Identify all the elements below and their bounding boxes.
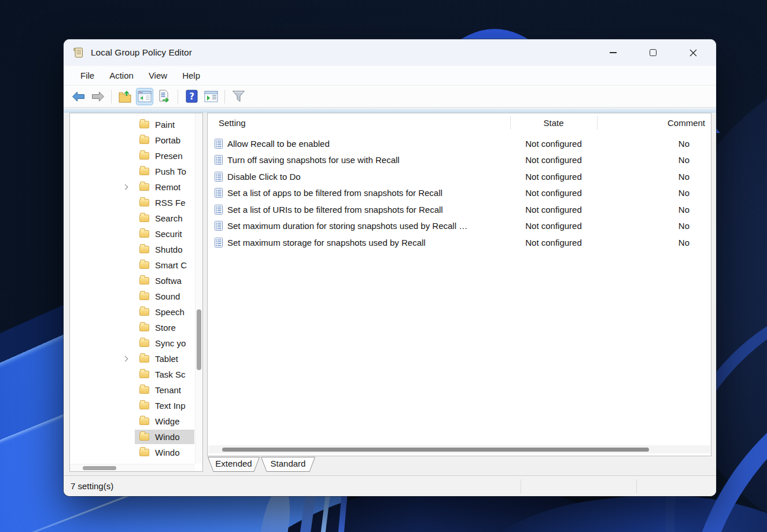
tree-item[interactable]: Task Sc (70, 367, 195, 382)
chevron-box[interactable] (120, 388, 130, 392)
table-row[interactable]: Set a list of URIs to be filtered from s… (208, 201, 711, 218)
tree-item[interactable]: Windo (70, 429, 195, 445)
tree-item[interactable]: Smart C (70, 257, 195, 273)
menu-file[interactable]: File (73, 71, 102, 80)
chevron-box[interactable] (120, 123, 130, 127)
settings-list-pane: Setting State Comment Allow Recall to be… (207, 113, 711, 456)
tree-item[interactable]: Speech (70, 304, 195, 320)
chevron-box[interactable] (120, 404, 130, 408)
show-action-pane-button[interactable] (203, 88, 219, 105)
tree-item[interactable]: Shutdo (70, 242, 195, 257)
chevron-box[interactable] (120, 216, 130, 220)
group-policy-scroll-icon (72, 46, 85, 59)
help-button[interactable]: ? (183, 88, 200, 105)
tree-item[interactable]: Tablet (70, 351, 195, 367)
tree-item[interactable]: RSS Fe (70, 195, 195, 210)
tree-item-label: Text Inp (155, 401, 186, 411)
tree-horizontal-scrollbar[interactable] (70, 464, 195, 471)
table-row[interactable]: Set a list of apps to be filtered from s… (208, 185, 711, 202)
export-list-button[interactable] (156, 88, 172, 105)
tree-item[interactable]: Search (70, 210, 195, 226)
tree-item-label: Task Sc (155, 370, 186, 379)
tree-item[interactable]: Windo (70, 445, 195, 460)
minimize-button[interactable] (595, 39, 632, 66)
tree-item[interactable]: Tenant (70, 382, 195, 398)
filter-button[interactable] (230, 88, 246, 105)
chevron-box[interactable] (120, 247, 130, 252)
policy-document-icon (215, 188, 223, 198)
up-folder-icon (118, 90, 132, 103)
chevron-box[interactable] (120, 263, 130, 267)
menu-action[interactable]: Action (102, 71, 141, 80)
menu-view[interactable]: View (141, 71, 175, 80)
chevron-box[interactable] (120, 450, 130, 455)
list-horizontal-scrollbar-thumb[interactable] (222, 448, 649, 452)
setting-comment: No (597, 188, 710, 198)
up-one-level-button[interactable] (117, 88, 133, 105)
tab-extended[interactable]: Extended (207, 457, 260, 472)
chevron-box[interactable] (120, 279, 130, 283)
tree-item[interactable]: Widge (70, 413, 195, 429)
chevron-box[interactable] (120, 341, 130, 345)
folder-icon (139, 199, 149, 206)
chevron-box[interactable] (120, 372, 130, 376)
tree-item[interactable]: Paint (70, 117, 195, 132)
table-row[interactable]: Allow Recall to be enabled Not configure… (208, 135, 711, 152)
close-button[interactable] (674, 39, 711, 66)
menu-help[interactable]: Help (175, 71, 208, 80)
tree-item-label: Shutdo (155, 245, 183, 254)
setting-state: Not configured (510, 188, 597, 198)
chevron-box[interactable] (120, 357, 130, 361)
policy-document-icon (215, 221, 223, 231)
tab-standard[interactable]: Standard (260, 457, 316, 472)
column-header-setting[interactable]: Setting (208, 118, 510, 128)
chevron-box[interactable] (120, 185, 130, 189)
status-divider (521, 479, 521, 494)
column-header-comment[interactable]: Comment (597, 118, 710, 128)
back-button[interactable] (70, 88, 86, 105)
chevron-box[interactable] (120, 310, 130, 314)
console-tree-icon (138, 91, 152, 102)
tree-item[interactable]: Presen (70, 148, 195, 164)
chevron-box[interactable] (120, 294, 130, 298)
tree-item[interactable]: Text Inp (70, 398, 195, 413)
chevron-box[interactable] (120, 232, 130, 236)
table-row[interactable]: Set maximum storage for snapshots used b… (208, 234, 711, 251)
back-arrow-icon (72, 91, 85, 102)
tree-item-label: Windo (155, 432, 180, 442)
tree-item[interactable]: Sound (70, 289, 195, 304)
chevron-box[interactable] (120, 138, 130, 142)
chevron-box[interactable] (120, 201, 130, 205)
chevron-box[interactable] (120, 435, 130, 439)
chevron-box[interactable] (120, 154, 130, 158)
column-header-state[interactable]: State (510, 118, 597, 128)
maximize-button[interactable] (635, 39, 672, 66)
tree-item[interactable]: Push To (70, 164, 195, 179)
column-divider[interactable] (597, 116, 598, 130)
tree-horizontal-scrollbar-thumb[interactable] (83, 466, 116, 470)
list-horizontal-scrollbar[interactable] (208, 445, 710, 453)
tree-item[interactable]: Store (70, 320, 195, 335)
table-row[interactable]: Set maximum duration for storing snapsho… (208, 218, 711, 235)
tree-item[interactable]: Portab (70, 132, 195, 148)
title-bar[interactable]: Local Group Policy Editor (64, 39, 716, 66)
setting-cell: Set a list of apps to be filtered from s… (208, 188, 510, 198)
show-console-tree-button[interactable] (137, 88, 153, 105)
chevron-box[interactable] (120, 326, 130, 330)
policy-document-icon (215, 155, 223, 165)
minimize-icon (610, 52, 617, 53)
tree-vertical-scrollbar[interactable] (195, 113, 202, 464)
forward-button[interactable] (90, 88, 106, 105)
column-divider[interactable] (510, 116, 511, 130)
chevron-box[interactable] (120, 169, 130, 173)
tree-item[interactable]: Sync yo (70, 335, 195, 351)
table-row[interactable]: Disable Click to Do Not configured No (208, 168, 711, 185)
tree-item-label: Paint (155, 120, 175, 130)
chevron-box[interactable] (120, 419, 130, 423)
tree-vertical-scrollbar-thumb[interactable] (197, 309, 201, 370)
tree-item[interactable]: Softwa (70, 273, 195, 289)
tree-item[interactable]: Remot (70, 179, 195, 195)
gpedit-window: Local Group Policy Editor File Action Vi… (64, 39, 716, 496)
tree-item[interactable]: Securit (70, 226, 195, 242)
table-row[interactable]: Turn off saving snapshots for use with R… (208, 152, 711, 169)
